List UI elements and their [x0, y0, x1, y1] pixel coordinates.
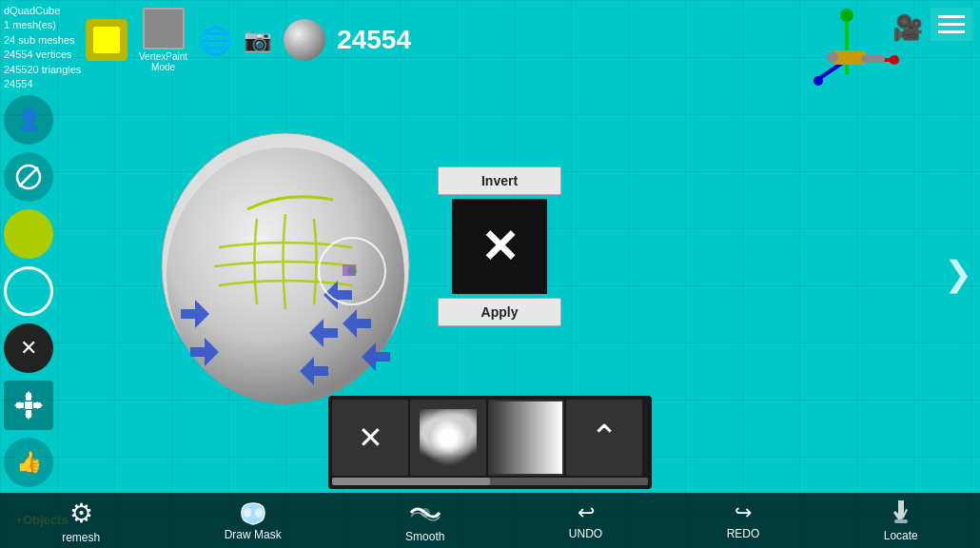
left-toolbar: 👤 ✕ 👍 +Objects	[4, 95, 80, 548]
cube-inner	[93, 27, 120, 53]
apply-button[interactable]: Apply	[438, 298, 561, 326]
vertexpaint-mode[interactable]: VertexPaint Mode	[139, 8, 187, 72]
top-toolbar: VertexPaint Mode 🌐 📷 24554	[86, 8, 411, 72]
popup-panel: Invert ✕ Apply	[438, 166, 561, 326]
redo-icon: ↪	[735, 500, 752, 525]
draw-mask-icon	[238, 499, 268, 526]
nav-undo[interactable]: ↩ UNDO	[569, 500, 602, 540]
svg-point-5	[813, 76, 823, 86]
brush-options: ✕ ⌃	[332, 400, 648, 476]
popup-black-box: ✕	[452, 199, 547, 294]
brush-x-option[interactable]: ✕	[332, 400, 408, 476]
bottom-nav: ⚙ remesh Draw Mask Smooth ↩ UNDO ↪ REDO	[0, 493, 980, 548]
chevron-up-icon: ⌃	[590, 418, 618, 458]
move-icon	[14, 391, 43, 420]
vertexpaint-label: VertexPaint	[139, 51, 187, 62]
svg-point-33	[255, 508, 263, 518]
user-icon: 👤	[16, 108, 42, 132]
vertex-count-display: 24554	[337, 25, 411, 55]
x-icon: ✕	[20, 336, 37, 361]
svg-rect-35	[894, 519, 908, 523]
nav-draw-mask[interactable]: Draw Mask	[225, 499, 282, 541]
svg-point-3	[890, 55, 899, 65]
screenshot-icon[interactable]: 📷	[244, 27, 272, 53]
slash-icon	[15, 164, 42, 190]
undo-label: UNDO	[569, 527, 602, 540]
nav-redo[interactable]: ↪ REDO	[727, 500, 760, 540]
redo-label: REDO	[727, 527, 760, 540]
locate-icon	[887, 499, 915, 527]
svg-point-21	[167, 147, 404, 404]
draw-mask-label: Draw Mask	[225, 528, 282, 541]
mode-label: Mode	[151, 62, 175, 72]
svg-point-32	[244, 508, 251, 518]
brush-x-icon: ✕	[358, 420, 383, 456]
globe-icon[interactable]: 🌐	[199, 25, 232, 56]
remesh-icon: ⚙	[69, 498, 93, 529]
vertexpaint-box	[143, 8, 185, 49]
popup-x-mark: ✕	[480, 220, 519, 273]
nav-smooth[interactable]: Smooth	[405, 498, 444, 543]
remesh-label: remesh	[62, 531, 100, 544]
no-icon-button[interactable]	[4, 152, 53, 202]
invert-button[interactable]: Invert	[438, 166, 561, 195]
svg-line-10	[19, 167, 38, 186]
undo-icon: ↩	[578, 500, 595, 525]
nav-locate[interactable]: Locate	[884, 499, 918, 542]
sub-meshes: 24 sub meshes	[4, 33, 81, 48]
axis-widget	[809, 8, 904, 93]
cube-icon-button[interactable]	[86, 19, 127, 61]
circle-ring-button[interactable]	[4, 266, 53, 316]
nav-remesh[interactable]: ⚙ remesh	[62, 498, 100, 544]
hand-icon: 👍	[16, 450, 42, 475]
sphere-preview	[284, 19, 325, 61]
3d-model	[133, 105, 438, 409]
triangles: 245520 triangles	[4, 63, 81, 77]
black-x-button[interactable]: ✕	[4, 323, 53, 373]
locate-label: Locate	[884, 529, 918, 542]
brush-cloud-option[interactable]	[410, 400, 486, 476]
brush-gradient-option[interactable]	[488, 400, 564, 476]
hamburger-line-3	[938, 30, 965, 33]
brush-toolbar: ✕ ⌃	[328, 396, 652, 489]
brush-progress-fill	[332, 478, 490, 485]
app-title: dQuadCube	[4, 4, 81, 18]
smooth-label: Smooth	[405, 530, 444, 543]
svg-point-8	[827, 51, 838, 63]
svg-rect-19	[25, 401, 32, 409]
like-button[interactable]: 👍	[4, 438, 53, 487]
svg-point-1	[840, 9, 853, 22]
mesh-count: 1 mesh(es)	[4, 18, 81, 32]
vertices: 24554 vertices	[4, 48, 81, 62]
move-button[interactable]	[4, 381, 53, 430]
svg-rect-31	[343, 264, 356, 276]
smooth-icon	[407, 498, 443, 528]
brush-progress-bar[interactable]	[332, 478, 648, 485]
color-circle-button[interactable]	[4, 209, 53, 259]
right-arrow-button[interactable]: ❯	[944, 254, 972, 294]
svg-rect-7	[861, 55, 885, 63]
user-icon-button[interactable]: 👤	[4, 95, 53, 145]
brush-chevron-option[interactable]: ⌃	[566, 400, 642, 476]
cloud-brush-preview	[420, 409, 477, 466]
gradient-brush-preview	[490, 401, 562, 474]
hamburger-line-1	[938, 15, 965, 18]
hamburger-line-2	[938, 23, 965, 26]
vertex-id: 24554	[4, 77, 81, 91]
hamburger-menu[interactable]	[931, 8, 972, 41]
top-left-info: dQuadCube 1 mesh(es) 24 sub meshes 24554…	[4, 4, 81, 91]
